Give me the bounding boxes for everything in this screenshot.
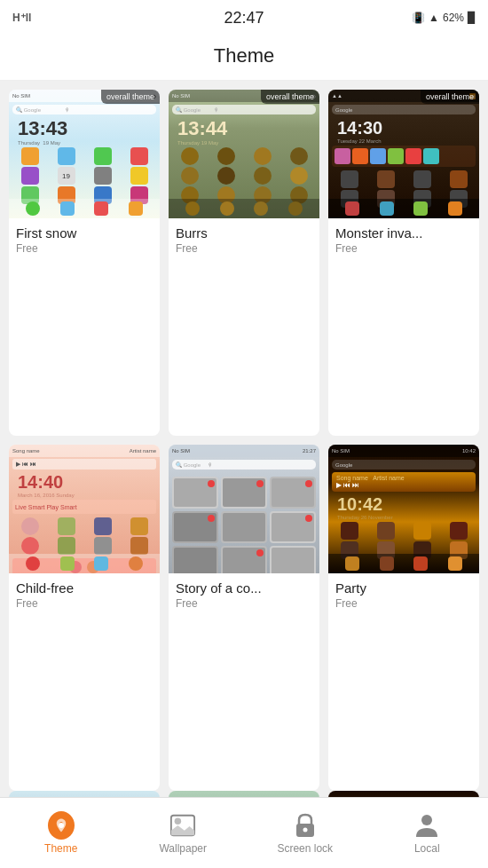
page-title: Theme [0,36,488,81]
theme-price-burrs: Free [176,242,312,255]
nav-label-wallpaper: Wallpaper [159,842,207,855]
theme-info-childfree: Child-free Free [9,573,160,619]
svg-point-4 [303,827,307,832]
battery-icon: ▉ [468,12,476,24]
theme-info-burrs: Burrs Free [169,218,319,264]
wifi-icon: ▲ [429,12,439,24]
nav-item-wallpaper[interactable]: Wallpaper [122,805,245,862]
overall-badge-burrs: overall theme [261,90,319,104]
status-bar: H⁺ll 22:47 📳 ▲ 62% ▉ [0,0,488,36]
nav-item-local[interactable]: Local [366,805,489,862]
overall-badge-monster: overall theme [421,90,479,104]
theme-price-party: Free [335,597,472,610]
wallpaper-nav-icon-container [169,812,196,839]
theme-name-first-snow: First snow [16,225,153,241]
theme-name-party: Party [335,580,472,596]
theme-info-first-snow: First snow Free [9,218,160,264]
overall-badge-first-snow: overall theme [101,90,160,104]
theme-name-monster: Monster inva... [335,225,472,241]
theme-card-party[interactable]: No SIM10:42 Google Song name Artist name… [328,445,479,791]
theme-name-burrs: Burrs [176,225,312,241]
theme-preview-story: No SIM21:27 🔍 Google 🎙 [169,445,319,573]
person-nav-icon-container [413,812,440,839]
theme-preview-burrs: No SIM⚙ 🔍 Google 🎙 13:44 Thursday 19 May [169,90,319,218]
nav-item-screen-lock[interactable]: Screen lock [244,805,366,862]
status-icons: 📳 ▲ 62% ▉ [412,12,476,24]
theme-card-story[interactable]: No SIM21:27 🔍 Google 🎙 [169,445,319,791]
theme-card-burrs[interactable]: No SIM⚙ 🔍 Google 🎙 13:44 Thursday 19 May [169,90,319,436]
theme-price-monster: Free [335,242,472,255]
carrier-text: H⁺ll [12,12,31,24]
vibrate-icon: 📳 [412,12,425,24]
theme-card-monster[interactable]: ▲▲📶 Google 14:30 Tuesday 22 March [328,90,479,436]
nav-label-theme: Theme [44,842,77,855]
lock-nav-icon-container [292,812,319,839]
theme-info-monster: Monster inva... Free [328,218,479,264]
theme-grid: No SIM⚙ 🔍 Google 🎙 13:43 Thursday 19 May… [0,81,488,791]
theme-preview-first-snow: No SIM⚙ 🔍 Google 🎙 13:43 Thursday 19 May… [9,90,160,218]
theme-preview-party: No SIM10:42 Google Song name Artist name… [328,445,479,573]
theme-price-childfree: Free [16,597,153,610]
clock: 22:47 [224,9,264,28]
theme-name-childfree: Child-free [16,580,153,596]
theme-preview-monster: ▲▲📶 Google 14:30 Tuesday 22 March [328,90,479,218]
svg-point-5 [421,815,432,825]
nav-label-screen-lock: Screen lock [277,842,333,855]
nav-item-theme[interactable]: Theme [0,805,122,862]
theme-card-first-snow[interactable]: No SIM⚙ 🔍 Google 🎙 13:43 Thursday 19 May… [9,90,160,436]
theme-preview-childfree: Song nameArtist name ▶ ⏮ ⏭ 14:40 March 1… [9,445,160,573]
bottom-navigation: Theme Wallpaper Screen lock [0,797,488,868]
theme-info-story: Story of a co... Free [169,573,319,619]
theme-info-party: Party Free [328,573,479,619]
nav-label-local: Local [414,842,440,855]
svg-point-2 [175,817,182,825]
theme-price-first-snow: Free [16,242,153,255]
theme-nav-icon [48,812,75,839]
theme-name-story: Story of a co... [176,580,312,596]
theme-card-childfree[interactable]: Song nameArtist name ▶ ⏮ ⏭ 14:40 March 1… [9,445,160,791]
theme-price-story: Free [176,597,312,610]
battery-text: 62% [443,12,464,24]
